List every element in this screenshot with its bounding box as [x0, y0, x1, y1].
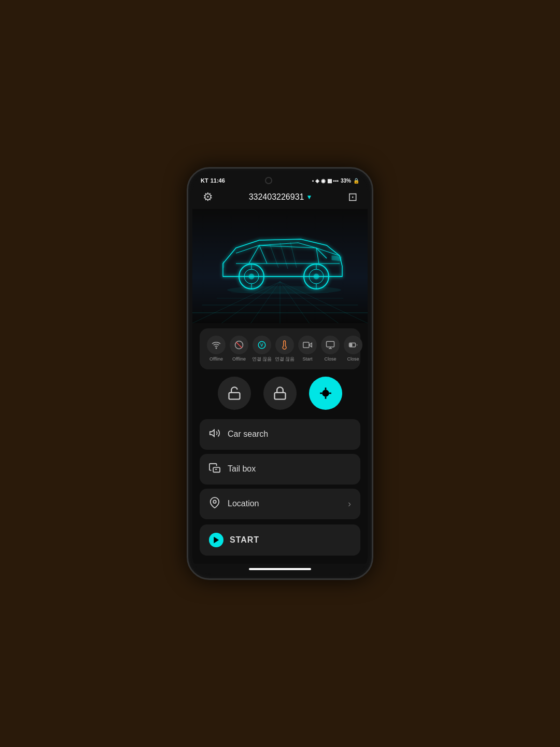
camera-label: Start: [302, 356, 312, 362]
unlock-button[interactable]: [218, 377, 251, 410]
carrier-label: KT: [201, 177, 208, 184]
car-search-icon: [209, 427, 221, 441]
svg-line-33: [236, 342, 242, 348]
location-label: Location: [228, 499, 342, 508]
svg-rect-44: [275, 393, 286, 399]
menu-section: Car search Tail box: [192, 419, 368, 519]
status-item-temp: 연결 끊음: [273, 336, 296, 362]
svg-marker-54: [214, 537, 218, 543]
location-arrow: ›: [348, 499, 351, 509]
svg-point-30: [227, 286, 341, 294]
top-bar: ⚙ 332403226931 ▼ ⊡: [192, 186, 368, 209]
scan-icon[interactable]: ⊡: [348, 190, 357, 204]
start-button-container: START: [192, 524, 368, 564]
svg-rect-37: [327, 341, 334, 347]
status-item-wifi: Offline: [205, 336, 228, 362]
svg-point-53: [213, 500, 216, 503]
start-button[interactable]: START: [200, 524, 360, 556]
location-item[interactable]: Location ›: [200, 489, 360, 519]
camera-notch: [265, 177, 272, 184]
temp-icon: [275, 336, 294, 354]
device-dropdown-arrow: ▼: [306, 193, 312, 201]
status-icons-panel: Offline Offline V: [200, 328, 360, 369]
signal-icon: [230, 336, 248, 354]
v-sensor-label: 연결 끊음: [252, 356, 272, 362]
car-visualization: [192, 209, 368, 323]
car-search-label: Car search: [228, 430, 351, 439]
start-icon: [209, 533, 223, 547]
battery-status-icon: [344, 336, 362, 354]
svg-rect-36: [303, 342, 309, 348]
status-left: KT 11:46: [201, 177, 225, 184]
status-item-v: V 연결 끊음: [250, 336, 273, 362]
battery-label: 33%: [341, 178, 351, 184]
svg-text:V: V: [260, 343, 263, 348]
signal-icons: ▪ ◈ ◉ ▦ ▪▪▪: [312, 178, 339, 184]
status-right: ▪ ◈ ◉ ▦ ▪▪▪ 33% 🔒: [312, 178, 359, 184]
wifi-icon: [207, 336, 226, 354]
control-buttons-row: [200, 375, 360, 412]
device-id-container[interactable]: 332403226931 ▼: [249, 192, 313, 202]
time-label: 11:46: [211, 177, 225, 184]
settings-icon[interactable]: ⚙: [203, 190, 213, 204]
tail-box-label: Tail box: [228, 464, 351, 474]
battery-status-label: Close: [347, 356, 359, 362]
svg-line-28: [290, 242, 297, 268]
wifi-label: Offline: [209, 356, 223, 362]
camera-icon: [298, 336, 317, 354]
active-control-button[interactable]: [309, 377, 342, 410]
home-indicator: [192, 564, 368, 574]
status-item-close1: Close: [319, 336, 342, 362]
temp-label: 연결 끊음: [275, 356, 295, 362]
battery-icon-status: 🔒: [353, 178, 359, 184]
svg-point-15: [249, 274, 254, 279]
car-search-item[interactable]: Car search: [200, 419, 360, 450]
lock-button[interactable]: [263, 377, 297, 410]
close1-label: Close: [324, 356, 336, 362]
location-icon: [209, 497, 221, 511]
svg-point-18: [314, 274, 319, 279]
svg-rect-42: [350, 344, 352, 347]
status-item-camera: Start: [296, 336, 319, 362]
signal-label: Offline: [232, 356, 246, 362]
tail-box-icon: [209, 462, 221, 476]
v-sensor-icon: V: [253, 336, 271, 354]
car-image: [207, 219, 353, 302]
svg-point-45: [323, 390, 329, 396]
status-bar: KT 11:46 ▪ ◈ ◉ ▦ ▪▪▪ 33% 🔒: [192, 173, 368, 186]
phone-screen: KT 11:46 ▪ ◈ ◉ ▦ ▪▪▪ 33% 🔒 ⚙ 33240322693…: [192, 173, 368, 574]
svg-marker-50: [210, 430, 214, 436]
tail-box-item[interactable]: Tail box: [200, 454, 360, 485]
start-label: START: [230, 535, 259, 545]
home-bar[interactable]: [249, 568, 311, 570]
svg-line-29: [270, 244, 278, 268]
close1-icon: [321, 336, 340, 354]
svg-rect-43: [229, 393, 240, 399]
status-item-signal: Offline: [228, 336, 250, 362]
status-item-battery: Close: [342, 336, 365, 362]
device-id-text: 332403226931: [249, 192, 304, 202]
phone-device: KT 11:46 ▪ ◈ ◉ ▦ ▪▪▪ 33% 🔒 ⚙ 33240322693…: [187, 167, 373, 580]
svg-point-31: [216, 348, 217, 349]
